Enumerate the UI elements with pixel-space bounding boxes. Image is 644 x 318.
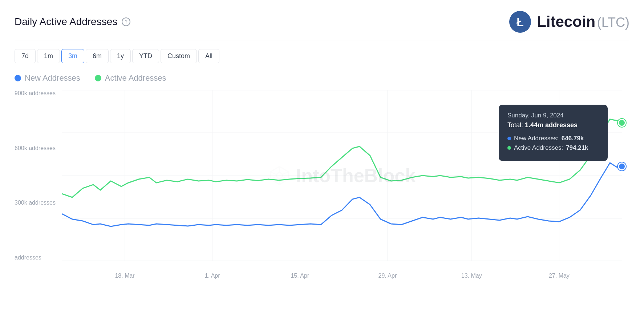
brand-text: Litecoin (LTC) xyxy=(537,13,629,31)
filter-custom[interactable]: Custom xyxy=(161,49,197,63)
x-label-may27: 27. May xyxy=(549,273,570,279)
tooltip-new-dot xyxy=(507,137,511,140)
svg-line-6 xyxy=(270,172,276,174)
filter-6m[interactable]: 6m xyxy=(86,49,109,63)
tooltip-active-addresses: Active Addresses: 794.21k xyxy=(507,144,599,152)
filter-1y[interactable]: 1y xyxy=(110,49,131,63)
active-addresses-end-dot xyxy=(618,119,626,127)
svg-line-8 xyxy=(270,177,276,179)
watermark-text: IntoTheBlock xyxy=(296,165,416,186)
help-icon[interactable]: ? xyxy=(122,17,130,26)
page-container: Daily Active Addresses ? Ł Litecoin (LTC… xyxy=(0,0,644,318)
legend-active-addresses: Active Addresses xyxy=(95,73,166,83)
x-label-may13: 13. May xyxy=(461,273,482,279)
tooltip-date: Sunday, Jun 9, 2024 xyxy=(507,112,599,119)
legend: New Addresses Active Addresses xyxy=(15,73,629,83)
tooltip-active-label: Active Addresses: xyxy=(514,144,563,152)
chart-area: 900k addresses 600k addresses 300k addre… xyxy=(15,90,629,279)
filter-3m[interactable]: 3m xyxy=(61,49,84,63)
legend-new-addresses: New Addresses xyxy=(15,73,80,83)
svg-line-9 xyxy=(282,172,288,174)
svg-text:Ł: Ł xyxy=(517,16,524,29)
brand-area: Ł Litecoin (LTC) xyxy=(509,11,629,33)
tooltip-new-label: New Addresses: xyxy=(514,135,559,142)
filter-7d[interactable]: 7d xyxy=(15,49,36,63)
new-addresses-label: New Addresses xyxy=(25,73,80,83)
header-divider xyxy=(15,40,629,40)
svg-point-3 xyxy=(276,173,282,178)
filter-all[interactable]: All xyxy=(198,49,219,63)
svg-line-7 xyxy=(282,177,288,179)
active-addresses-label: Active Addresses xyxy=(105,73,166,83)
x-label-apr1: 1. Apr xyxy=(205,273,220,279)
tooltip-total: Total: 1.44m addresses xyxy=(507,121,599,129)
filter-1m[interactable]: 1m xyxy=(37,49,60,63)
x-label-apr29: 29. Apr xyxy=(378,273,397,279)
active-addresses-dot xyxy=(95,75,101,81)
tooltip-active-dot xyxy=(507,146,511,150)
ltc-logo: Ł xyxy=(509,11,531,33)
y-label-300k: 300k addresses xyxy=(15,200,58,206)
y-label-900k: 900k addresses xyxy=(15,90,58,97)
tooltip-active-value: 794.21k xyxy=(566,144,588,152)
watermark: IntoTheBlock xyxy=(268,165,416,186)
filter-ytd[interactable]: YTD xyxy=(132,49,159,63)
y-label-600k: 600k addresses xyxy=(15,145,58,152)
y-axis: 900k addresses 600k addresses 300k addre… xyxy=(15,90,58,261)
header-row: Daily Active Addresses ? Ł Litecoin (LTC… xyxy=(15,11,629,33)
watermark-icon xyxy=(268,165,290,186)
x-axis: 18. Mar 1. Apr 15. Apr 29. Apr 13. May 2… xyxy=(62,261,622,279)
y-label-0: addresses xyxy=(15,254,58,261)
brand-name: Litecoin xyxy=(537,13,595,30)
x-label-mar18: 18. Mar xyxy=(115,273,134,279)
time-filters: 7d 1m 3m 6m 1y YTD Custom All xyxy=(15,49,629,63)
brand-ticker: (LTC) xyxy=(597,15,629,30)
title-area: Daily Active Addresses ? xyxy=(15,16,130,28)
chart-tooltip: Sunday, Jun 9, 2024 Total: 1.44m address… xyxy=(499,105,608,161)
new-addresses-end-dot xyxy=(618,162,626,170)
tooltip-new-value: 646.79k xyxy=(562,135,584,142)
page-title: Daily Active Addresses xyxy=(15,16,117,28)
x-label-apr15: 15. Apr xyxy=(291,273,309,279)
new-addresses-dot xyxy=(15,75,21,81)
tooltip-new-addresses: New Addresses: 646.79k xyxy=(507,135,599,142)
